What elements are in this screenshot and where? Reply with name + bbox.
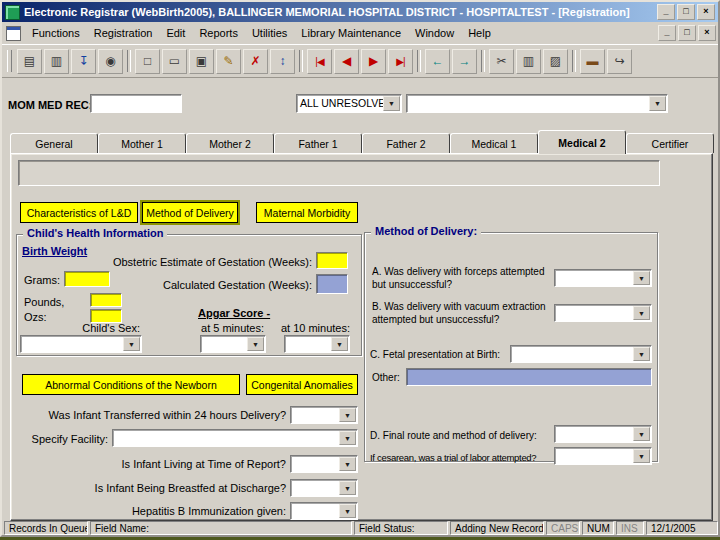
dropdown-arrow-icon[interactable]: ▼ (331, 337, 348, 351)
open-record-icon[interactable]: ▭ (162, 49, 187, 74)
ozs-label: Ozs: (24, 311, 47, 323)
library-icon[interactable]: ▬ (580, 49, 605, 74)
tab-father-2[interactable]: Father 2 (362, 133, 450, 153)
restore-button[interactable]: □ (677, 4, 695, 20)
mdi-close-button[interactable]: × (698, 25, 716, 41)
maternal-morbidity-button[interactable]: Maternal Morbidity (256, 202, 358, 223)
childs-sex-select[interactable]: ▼ (20, 335, 142, 353)
menu-edit[interactable]: Edit (159, 24, 192, 42)
tab-mother-1[interactable]: Mother 1 (98, 133, 186, 153)
toolbar-grip[interactable] (7, 50, 12, 72)
previous-record-icon[interactable]: ◀ (334, 49, 359, 74)
dropdown-arrow-icon[interactable]: ▼ (633, 347, 650, 361)
print-setup-icon[interactable]: ▥ (44, 49, 69, 74)
exit-icon[interactable]: ↪ (607, 49, 632, 74)
find-icon[interactable]: ◉ (98, 49, 123, 74)
specify-facility-select[interactable]: ▼ (112, 429, 358, 447)
dropdown-arrow-icon[interactable]: ▼ (339, 504, 356, 518)
menu-reports[interactable]: Reports (192, 24, 245, 42)
mom-med-rec-input[interactable] (90, 94, 182, 113)
abnormal-conditions-button[interactable]: Abnormal Conditions of the Newborn (22, 374, 240, 395)
toolbar-separator (572, 50, 576, 72)
childs-health-group-title: Child's Health Information (23, 227, 167, 239)
tab-medical-2[interactable]: Medical 2 (538, 130, 626, 154)
next-record-icon[interactable]: ▶ (361, 49, 386, 74)
sort-icon[interactable]: ↕ (270, 49, 295, 74)
last-record-icon[interactable]: ▶| (388, 49, 413, 74)
dropdown-arrow-icon[interactable]: ▼ (247, 337, 264, 351)
menu-functions[interactable]: Functions (25, 24, 87, 42)
tab-medical-1[interactable]: Medical 1 (450, 133, 538, 153)
application-window: Electronic Registrar (WebBirth2005), BAL… (0, 0, 720, 537)
toolbar-separator (299, 50, 303, 72)
dropdown-arrow-icon[interactable]: ▼ (633, 427, 650, 441)
paste-icon[interactable]: ▨ (543, 49, 568, 74)
obstetric-gestation-input[interactable] (316, 252, 348, 269)
new-record-icon[interactable]: □ (135, 49, 160, 74)
toolbar-separator (481, 50, 485, 72)
patient-record-select[interactable]: ▼ (406, 94, 668, 113)
birth-weight-label: Birth Weight (22, 245, 87, 257)
dropdown-arrow-icon[interactable]: ▼ (633, 271, 650, 285)
tab-father-1[interactable]: Father 1 (274, 133, 362, 153)
tab-mother-2[interactable]: Mother 2 (186, 133, 274, 153)
tab-certifier[interactable]: Certifier (626, 133, 714, 153)
fetal-presentation-label: C. Fetal presentation at Birth: (370, 349, 500, 360)
method-of-delivery-button[interactable]: Method of Delivery (142, 202, 238, 223)
menu-help[interactable]: Help (461, 24, 498, 42)
mdi-minimize-button[interactable]: _ (658, 25, 676, 41)
close-button[interactable]: × (697, 4, 715, 20)
minimize-button[interactable]: _ (657, 4, 675, 20)
hepatitis-b-select[interactable]: ▼ (290, 502, 358, 520)
status-field-status: Field Status: (354, 521, 448, 535)
dropdown-arrow-icon[interactable]: ▼ (633, 449, 650, 463)
back-icon[interactable]: ← (425, 49, 450, 74)
copy-icon[interactable]: ▥ (516, 49, 541, 74)
characteristics-of-ld-button[interactable]: Characteristics of L&D (20, 202, 138, 223)
dropdown-arrow-icon[interactable]: ▼ (339, 457, 356, 471)
dropdown-arrow-icon[interactable]: ▼ (649, 96, 666, 111)
breastfed-select[interactable]: ▼ (290, 479, 358, 497)
delete-record-icon[interactable]: ✗ (243, 49, 268, 74)
infant-living-label: Is Infant Living at Time of Report? (62, 458, 286, 470)
tab-strip: General Mother 1 Mother 2 Father 1 Fathe… (10, 130, 714, 154)
dropdown-arrow-icon[interactable]: ▼ (123, 337, 140, 351)
congenital-anomalies-button[interactable]: Congenital Anomalies (246, 374, 358, 395)
menu-registration[interactable]: Registration (87, 24, 160, 42)
forward-icon[interactable]: → (452, 49, 477, 74)
infant-transferred-select[interactable]: ▼ (290, 406, 358, 424)
method-of-delivery-group-title: Method of Delivery: (371, 225, 481, 237)
ozs-input[interactable] (90, 309, 122, 323)
menu-window[interactable]: Window (408, 24, 461, 42)
status-mode: Adding New Record (450, 521, 544, 535)
tab-general[interactable]: General (10, 133, 98, 153)
mdi-restore-button[interactable]: □ (678, 25, 696, 41)
export-icon[interactable]: ↧ (71, 49, 96, 74)
infant-living-select[interactable]: ▼ (290, 455, 358, 473)
final-route-select[interactable]: ▼ (554, 425, 652, 443)
dropdown-arrow-icon[interactable]: ▼ (339, 408, 356, 422)
menu-utilities[interactable]: Utilities (245, 24, 294, 42)
status-field-name: Field Name: (90, 521, 352, 535)
queue-filter-select[interactable]: ALL UNRESOLVED ▼ (296, 94, 402, 113)
other-input[interactable] (406, 368, 652, 386)
print-icon[interactable]: ▤ (17, 49, 42, 74)
dropdown-arrow-icon[interactable]: ▼ (339, 431, 356, 445)
vacuum-select[interactable]: ▼ (554, 304, 652, 322)
apgar-10-minutes-select[interactable]: ▼ (284, 335, 350, 353)
dropdown-arrow-icon[interactable]: ▼ (633, 306, 650, 320)
apgar-5-minutes-select[interactable]: ▼ (200, 335, 266, 353)
dropdown-arrow-icon[interactable]: ▼ (339, 481, 356, 495)
registration-form-icon (6, 26, 21, 41)
trial-of-labor-select[interactable]: ▼ (554, 447, 652, 465)
save-record-icon[interactable]: ▣ (189, 49, 214, 74)
first-record-icon[interactable]: |◀ (307, 49, 332, 74)
menu-library-maintenance[interactable]: Library Maintenance (294, 24, 408, 42)
fetal-presentation-select[interactable]: ▼ (510, 345, 652, 363)
cut-icon[interactable]: ✂ (489, 49, 514, 74)
calculated-gestation-input[interactable] (316, 274, 348, 294)
dropdown-arrow-icon[interactable]: ▼ (383, 96, 400, 111)
edit-record-icon[interactable]: ✎ (216, 49, 241, 74)
forceps-select[interactable]: ▼ (554, 269, 652, 287)
pounds-input[interactable] (90, 293, 122, 307)
